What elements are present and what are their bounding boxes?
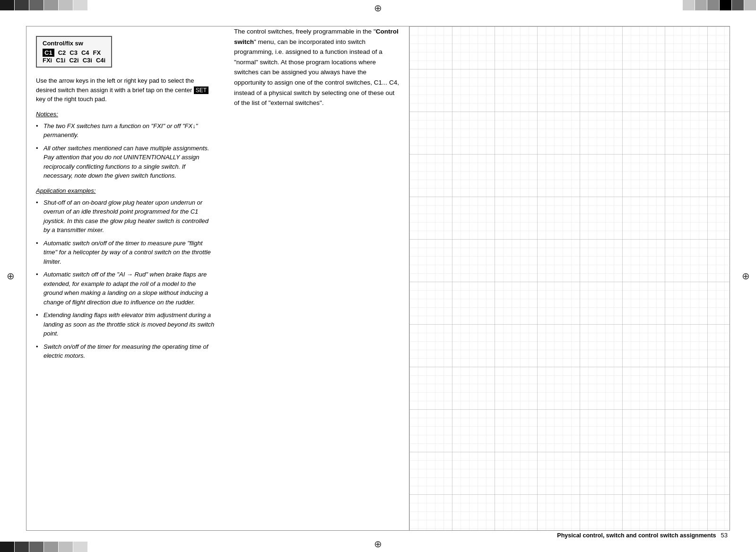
page-footer: Physical control, switch and control swi… bbox=[557, 532, 728, 539]
swatch-1 bbox=[0, 0, 14, 10]
left-column: Control/fix sw C1 C2 C3 C4 FX FXi C1i C2… bbox=[26, 26, 225, 531]
swatch-r1 bbox=[683, 0, 695, 10]
control-fix-title: Control/fix sw bbox=[43, 40, 105, 47]
c2-label: C2 bbox=[58, 49, 66, 56]
main-content: Control/fix sw C1 C2 C3 C4 FX FXi C1i C2… bbox=[26, 26, 730, 531]
app-item-2: Automatic switch on/off of the timer to … bbox=[36, 239, 215, 267]
middle-column: The control switches, freely programmabl… bbox=[225, 26, 409, 531]
swatch-2 bbox=[15, 0, 29, 10]
b-swatch-1 bbox=[0, 542, 14, 552]
b-swatch-4 bbox=[44, 542, 58, 552]
swatch-r6 bbox=[744, 0, 756, 10]
b-swatch-3 bbox=[29, 542, 43, 552]
notice-item-1: The two FX switches turn a function on "… bbox=[36, 121, 215, 140]
swatch-r2 bbox=[695, 0, 707, 10]
b-swatch-2 bbox=[15, 542, 29, 552]
page-number: 53 bbox=[721, 532, 728, 539]
app-item-4: Extending landing flaps with elevator tr… bbox=[36, 310, 215, 338]
bottom-bar-left-swatches bbox=[0, 542, 87, 552]
grid-svg bbox=[409, 26, 730, 530]
fx-label: FX bbox=[93, 49, 101, 56]
notices-heading: Notices: bbox=[36, 111, 215, 118]
c4i-label: C4i bbox=[96, 57, 105, 64]
c3-label: C3 bbox=[70, 49, 78, 56]
swatch-4 bbox=[44, 0, 58, 10]
app-item-1: Shut-off of an on-board glow plug heater… bbox=[36, 198, 215, 235]
reg-mark-right: ⊕ bbox=[740, 270, 751, 282]
swatch-r5 bbox=[732, 0, 744, 10]
application-list: Shut-off of an on-board glow plug heater… bbox=[36, 198, 215, 361]
control-fix-box: Control/fix sw C1 C2 C3 C4 FX FXi C1i C2… bbox=[36, 36, 112, 68]
b-swatch-6 bbox=[73, 542, 87, 552]
right-column-text: The control switches, freely programmabl… bbox=[234, 26, 400, 108]
set-key: SET bbox=[194, 86, 209, 94]
notices-list: The two FX switches turn a function on "… bbox=[36, 121, 215, 181]
b-swatch-5 bbox=[59, 542, 73, 552]
control-fix-row1: C1 C2 C3 C4 FX bbox=[43, 49, 105, 57]
control-fix-row2: FXi C1i C2i C3i C4i bbox=[43, 57, 105, 64]
swatch-r4 bbox=[720, 0, 731, 10]
right-grid-column bbox=[409, 26, 730, 531]
app-item-3: Automatic switch off of the "AI → Rud" w… bbox=[36, 270, 215, 307]
swatch-3 bbox=[29, 0, 43, 10]
fxi-label: FXi bbox=[43, 57, 52, 64]
app-item-5: Switch on/off of the timer for measuring… bbox=[36, 342, 215, 361]
page-container: ⊕ ⊕ ⊕ ⊕ Control/fix sw C1 C2 C3 C4 FX FX… bbox=[0, 0, 756, 552]
notice-item-2: All other switches mentioned can have mu… bbox=[36, 144, 215, 181]
c2i-label: C2i bbox=[69, 57, 78, 64]
swatch-r3 bbox=[707, 0, 719, 10]
c4-label: C4 bbox=[81, 49, 89, 56]
c3i-label: C3i bbox=[83, 57, 92, 64]
application-heading: Application examples: bbox=[36, 187, 215, 194]
top-bar-left-swatches bbox=[0, 0, 87, 10]
control-switch-bold: Control switch bbox=[234, 28, 399, 45]
c1i-label: C1i bbox=[56, 57, 65, 64]
reg-mark-top: ⊕ bbox=[373, 2, 384, 14]
intro-text: Use the arrow keys in the left or right … bbox=[36, 76, 215, 104]
svg-rect-1 bbox=[409, 26, 730, 530]
swatch-6 bbox=[73, 0, 87, 10]
c1-label: C1 bbox=[43, 49, 54, 57]
bottom-color-bar bbox=[0, 542, 756, 552]
top-bar-right-swatches bbox=[683, 0, 756, 10]
swatch-5 bbox=[59, 0, 73, 10]
reg-mark-left: ⊕ bbox=[5, 270, 16, 282]
footer-label: Physical control, switch and control swi… bbox=[557, 532, 716, 539]
